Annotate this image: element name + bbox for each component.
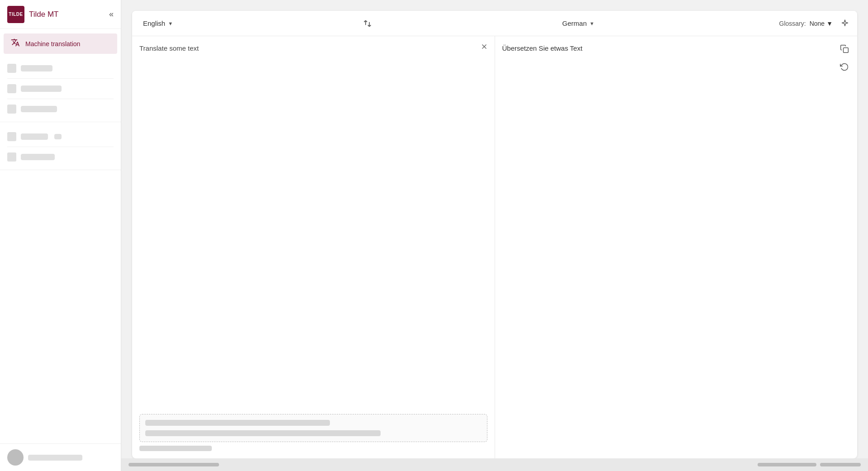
skeleton-row-1	[7, 59, 114, 77]
skeleton-icon-3	[7, 105, 16, 114]
skeleton-row-4	[7, 128, 114, 146]
sparkle-button[interactable]	[840, 19, 850, 29]
skeleton-icon-5	[7, 152, 16, 162]
clear-source-button[interactable]	[480, 43, 488, 51]
logo-text: TILDE	[9, 12, 23, 17]
target-actions	[837, 42, 852, 74]
card-body: Translate some text	[132, 36, 857, 458]
source-bottom-skeleton	[139, 446, 487, 451]
source-lang-chevron-icon: ▼	[168, 21, 173, 26]
glossary-label: Glossary:	[779, 20, 806, 27]
sidebar-header: TILDE Tilde MT «	[0, 0, 121, 29]
footer-btn-2	[820, 463, 861, 466]
sidebar-item-machine-translation[interactable]: Machine translation	[4, 33, 117, 54]
target-text: Übersetzen Sie etwas Text	[502, 43, 850, 54]
source-text: Translate some text	[139, 43, 487, 54]
sidebar-collapse-button[interactable]: «	[109, 10, 114, 19]
main-content-area: English ▼ German ▼ Glossary:	[121, 0, 868, 471]
sidebar-logo: TILDE	[7, 6, 24, 23]
skeleton-text-1	[21, 65, 52, 71]
skeleton-row-2	[7, 80, 114, 98]
swap-languages-button[interactable]	[358, 16, 377, 31]
glossary-selector[interactable]: None ▼	[810, 20, 833, 27]
translate-icon	[11, 38, 20, 49]
footer-btn-1	[758, 463, 816, 466]
target-language-selector[interactable]: German ▼	[558, 17, 598, 30]
skeleton-text-2	[21, 86, 62, 92]
skeleton-icon-1	[7, 64, 16, 73]
sidebar-skeleton-group-1	[0, 56, 121, 122]
copy-button[interactable]	[837, 42, 852, 56]
card-header: English ▼ German ▼ Glossary:	[132, 11, 857, 36]
svg-rect-2	[844, 48, 849, 53]
input-skeleton-line-2	[145, 430, 381, 436]
skeleton-text-3	[21, 106, 57, 112]
source-language-selector[interactable]: English ▼	[139, 17, 176, 30]
source-language-label: English	[143, 19, 165, 27]
input-skeleton-line-1	[145, 420, 330, 426]
target-panel: Übersetzen Sie etwas Text	[495, 36, 858, 458]
skeleton-badge	[54, 134, 62, 139]
user-name-skeleton	[28, 455, 82, 461]
source-input-area[interactable]	[139, 414, 487, 442]
skeleton-row-3	[7, 100, 114, 118]
glossary-area: Glossary: None ▼	[779, 19, 850, 29]
sidebar: TILDE Tilde MT « Machine translation	[0, 0, 121, 471]
source-panel: Translate some text	[132, 36, 495, 458]
skeleton-text-5	[21, 154, 55, 160]
glossary-chevron-icon: ▼	[826, 20, 833, 27]
bottom-scrollbar-thumb	[129, 463, 219, 466]
refresh-button[interactable]	[837, 60, 852, 74]
skeleton-icon-4	[7, 132, 16, 141]
skeleton-icon-2	[7, 84, 16, 93]
target-language-label: German	[562, 19, 587, 27]
avatar	[7, 449, 24, 466]
translation-card: English ▼ German ▼ Glossary:	[132, 11, 857, 458]
source-bottom-skeleton-line	[139, 446, 212, 451]
sidebar-skeleton-group-2	[0, 124, 121, 170]
glossary-value: None	[810, 20, 825, 27]
sidebar-logo-area: TILDE Tilde MT	[7, 6, 59, 23]
main-content: English ▼ German ▼ Glossary:	[121, 0, 868, 458]
skeleton-row-5	[7, 148, 114, 166]
bottom-bar	[121, 458, 868, 471]
sidebar-footer	[0, 443, 121, 471]
sidebar-nav: Machine translation	[0, 29, 121, 443]
target-lang-chevron-icon: ▼	[590, 21, 595, 26]
app-name: Tilde MT	[29, 10, 59, 19]
skeleton-text-4	[21, 133, 48, 140]
sidebar-item-label-machine-translation: Machine translation	[25, 40, 80, 48]
